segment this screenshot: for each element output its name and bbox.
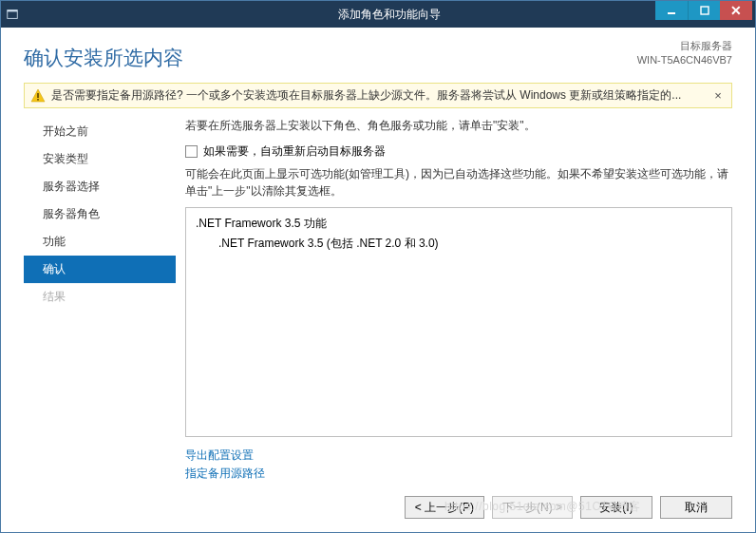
- wizard-window: 添加角色和功能向导 ✕ 确认安装所选内容 目标服务器 WIN-T5A6CN46V…: [0, 0, 756, 533]
- window-title: 添加角色和功能向导: [24, 7, 755, 23]
- footer: < 上一步(P) 下一步(N) > 安装(I) 取消: [1, 486, 755, 532]
- feature-child: .NET Framework 3.5 (包括 .NET 2.0 和 3.0): [196, 236, 722, 252]
- sidebar-item-before-begin[interactable]: 开始之前: [24, 118, 176, 145]
- minimize-button[interactable]: [655, 1, 688, 20]
- next-button: 下一步(N) >: [492, 496, 573, 519]
- svg-rect-2: [668, 12, 675, 14]
- system-menu-icon[interactable]: [1, 1, 24, 28]
- window-controls: ✕: [655, 1, 752, 22]
- intro-text: 若要在所选服务器上安装以下角色、角色服务或功能，请单击"安装"。: [185, 118, 732, 134]
- svg-rect-1: [8, 10, 18, 12]
- maximize-button[interactable]: [688, 1, 720, 20]
- target-server-value: WIN-T5A6CN46VB7: [637, 53, 732, 67]
- sidebar-item-server-roles[interactable]: 服务器角色: [24, 200, 176, 228]
- warning-close-button[interactable]: ×: [710, 88, 726, 103]
- sidebar-item-features[interactable]: 功能: [24, 228, 176, 256]
- target-server-block: 目标服务器 WIN-T5A6CN46VB7: [637, 39, 732, 68]
- sidebar: 开始之前 安装类型 服务器选择 服务器角色 功能 确认 结果: [24, 114, 176, 483]
- close-button[interactable]: ✕: [720, 1, 752, 20]
- sidebar-item-install-type[interactable]: 安装类型: [24, 145, 176, 173]
- sidebar-item-results: 结果: [24, 283, 176, 311]
- auto-restart-checkbox[interactable]: [185, 145, 198, 158]
- body: 开始之前 安装类型 服务器选择 服务器角色 功能 确认 结果 若要在所选服务器上…: [1, 114, 755, 486]
- links: 导出配置设置 指定备用源路径: [185, 447, 732, 483]
- content: 若要在所选服务器上安装以下角色、角色服务或功能，请单击"安装"。 如果需要，自动…: [176, 114, 732, 483]
- header: 确认安装所选内容 目标服务器 WIN-T5A6CN46VB7: [1, 28, 755, 75]
- sidebar-item-confirmation[interactable]: 确认: [24, 256, 176, 283]
- auto-restart-row: 如果需要，自动重新启动目标服务器: [185, 142, 732, 165]
- svg-rect-3: [701, 7, 709, 14]
- svg-rect-6: [37, 99, 39, 101]
- page-title: 确认安装所选内容: [24, 45, 732, 71]
- warning-icon: [30, 88, 46, 104]
- export-config-link[interactable]: 导出配置设置: [185, 447, 732, 465]
- auto-restart-label: 如果需要，自动重新启动目标服务器: [203, 143, 386, 160]
- previous-button[interactable]: < 上一步(P): [405, 496, 484, 519]
- sidebar-item-server-selection[interactable]: 服务器选择: [24, 173, 176, 200]
- target-server-label: 目标服务器: [637, 39, 732, 53]
- warning-bar: 是否需要指定备用源路径? 一个或多个安装选项在目标服务器上缺少源文件。服务器将尝…: [24, 83, 732, 108]
- svg-rect-5: [37, 93, 39, 98]
- app-icon: [6, 8, 19, 21]
- selected-features-box: .NET Framework 3.5 功能 .NET Framework 3.5…: [185, 207, 732, 437]
- feature-parent: .NET Framework 3.5 功能: [196, 216, 722, 232]
- install-button[interactable]: 安装(I): [580, 496, 652, 519]
- optional-features-note: 可能会在此页面上显示可选功能(如管理工具)，因为已自动选择这些功能。如果不希望安…: [185, 165, 732, 200]
- titlebar: 添加角色和功能向导 ✕: [1, 1, 755, 28]
- cancel-button[interactable]: 取消: [660, 496, 732, 519]
- alternate-source-link[interactable]: 指定备用源路径: [185, 465, 732, 483]
- warning-text: 是否需要指定备用源路径? 一个或多个安装选项在目标服务器上缺少源文件。服务器将尝…: [51, 87, 710, 104]
